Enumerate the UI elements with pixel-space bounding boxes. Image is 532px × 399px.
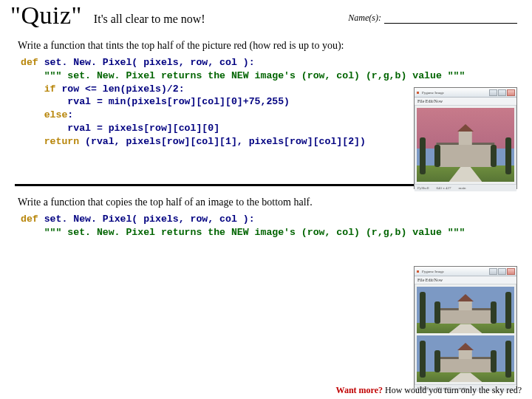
window-menubar[interactable]: File Edit/Now: [415, 276, 516, 284]
maximize-button[interactable]: [498, 89, 506, 96]
question2-prompt: Write a function that copies the top hal…: [18, 197, 522, 208]
image-canvas-bottom: [417, 335, 514, 382]
app-icon: [417, 92, 419, 94]
names-field: Name(s):: [348, 13, 522, 24]
window-title: Pygame Image: [422, 91, 444, 95]
image-canvas-top: [417, 287, 514, 333]
quiz-title: "Quiz": [10, 1, 82, 30]
docstring: """ set. New. Pixel returns the NEW imag…: [21, 227, 465, 238]
image-window-copied: Pygame Image File Edit/Now: [414, 266, 517, 389]
status-mid: 640 x 427: [437, 185, 451, 191]
fn-name: set. New. Pixel( pixels, row, col ):: [38, 57, 255, 68]
close-button[interactable]: [507, 89, 515, 96]
window-title: Pygame Image: [422, 270, 444, 273]
image-window-tinted: Pygame Image File Edit/Now PyShell 640 x…: [414, 87, 517, 189]
window-titlebar: Pygame Image: [415, 267, 516, 276]
names-line[interactable]: [384, 13, 517, 24]
code-line: row <= len(pixels)/2:: [55, 83, 184, 95]
names-label: Name(s):: [348, 13, 381, 24]
window-titlebar: Pygame Image: [415, 88, 516, 98]
question1-prompt: Write a function that tints the top half…: [18, 40, 522, 52]
fn-name: set. New. Pixel( pixels, row, col ):: [38, 214, 255, 225]
code-line: :: [67, 109, 73, 120]
code-line: (rval, pixels[row][col][1], pixels[row][…: [79, 136, 366, 147]
status-right: main: [459, 185, 466, 191]
docstring: """ set. New. Pixel returns the NEW imag…: [21, 70, 465, 81]
minimize-button[interactable]: [489, 89, 497, 96]
header: "Quiz" It's all clear to me now! Name(s)…: [10, 1, 522, 30]
image-canvas: [417, 108, 514, 182]
want-more-rest: How would you turn only the sky red?: [383, 385, 522, 395]
kw-return: return: [21, 136, 79, 147]
minimize-button[interactable]: [489, 268, 497, 275]
code-line: rval = min(pixels[row][col][0]+75,255): [21, 96, 290, 107]
close-button[interactable]: [507, 268, 515, 275]
kw-if: if: [21, 83, 55, 95]
status-left: PyShell: [417, 185, 429, 191]
want-more: Want more? How would you turn only the s…: [336, 385, 522, 396]
kw-def: def: [21, 214, 38, 225]
question2-code: def set. New. Pixel( pixels, row, col ):…: [21, 213, 522, 239]
code-line: rval = pixels[row][col][0]: [21, 123, 219, 134]
kw-else: else: [21, 109, 67, 120]
subtitle: It's all clear to me now!: [94, 13, 205, 26]
want-more-lead: Want more?: [336, 385, 383, 395]
kw-def: def: [21, 57, 38, 68]
window-statusbar: PyShell 640 x 427 main: [415, 184, 516, 191]
maximize-button[interactable]: [498, 268, 506, 275]
window-menubar[interactable]: File Edit/Now: [415, 98, 516, 106]
app-icon: [417, 270, 419, 273]
